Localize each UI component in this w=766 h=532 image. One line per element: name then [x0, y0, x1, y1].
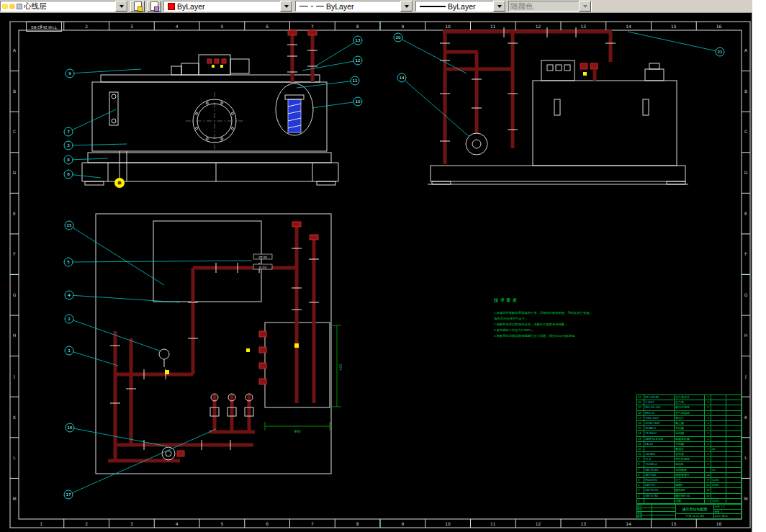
dimension-value: 400: [338, 364, 343, 371]
parts-table-row: 11集成块145: [637, 446, 741, 451]
color-combo-arrow[interactable]: [280, 1, 292, 12]
lineweight-combo-value: ByLayer: [448, 2, 493, 11]
color-combo[interactable]: ByLayer: [163, 1, 293, 12]
parts-table-row: 15S10A1.0单向阀2: [637, 425, 741, 430]
linetype-combo-value: ByLayer: [326, 2, 400, 11]
title-block-right: 比例 1:5 数量 1 共1张 第1张: [713, 505, 741, 518]
parts-table-row: 4GB/T93垫圈83265Mn: [637, 482, 741, 487]
parts-table-row: 8Y132M-4电动机2: [637, 461, 741, 466]
zone-letter: F: [744, 251, 747, 256]
parts-table-row: 3GB/T6170螺母M832: [637, 487, 741, 492]
leader-line: [68, 429, 216, 495]
sheet-value: 共1张 第1张: [715, 515, 729, 518]
make-object-layer-current-button[interactable]: [130, 1, 145, 12]
layer-combo-value: 心线层: [24, 1, 115, 12]
note-line: 2.装配时各密封面涂液压油，连接处不得有渗漏现象；: [494, 322, 616, 328]
leader-line: [69, 351, 118, 366]
balloon-number: 10: [356, 99, 361, 104]
linetype-combo-arrow[interactable]: [400, 1, 413, 12]
zone-letter: F: [13, 251, 16, 256]
qty-label: 数量: [715, 510, 720, 513]
lineweight-combo-arrow[interactable]: [493, 1, 505, 12]
parts-table-row: 19WU-63×100吸油过滤器2: [637, 405, 741, 410]
dimension-value: 460: [294, 429, 301, 433]
balloon-number: 12: [356, 58, 361, 63]
balloon-number: 16: [68, 425, 73, 430]
zone-number: 16: [716, 24, 722, 29]
parts-table-row: 9TL-6弹性联轴器2: [637, 456, 741, 461]
scale-label: 比例: [715, 505, 720, 508]
zone-number: 3: [130, 521, 133, 526]
component-tag: YZ-25: [258, 256, 267, 259]
chevron-down-icon: [497, 5, 502, 8]
zone-letter: G: [744, 292, 748, 297]
zone-number: 13: [581, 24, 587, 29]
zone-number: 2: [85, 521, 88, 526]
zone-letter: H: [13, 333, 17, 338]
balloon-number: 17: [66, 492, 71, 497]
scale-value: 1:5: [721, 505, 725, 508]
zone-number: 4: [176, 24, 179, 29]
zone-letter: E: [13, 211, 16, 216]
balloon-number: 21: [718, 50, 723, 54]
parts-table-cell: Q235: [711, 499, 726, 503]
zone-letter: E: [744, 211, 747, 216]
leader-line: [402, 78, 469, 137]
note-line: 1.各零部件装配前必须清洗干净，管路内不得有铁屑、毛刺及其它杂物；: [494, 310, 616, 316]
zone-letter: B: [744, 89, 747, 94]
lineweight-combo[interactable]: ByLayer: [415, 1, 506, 12]
zone-number: 8: [356, 521, 359, 526]
layer-lock-icon: [17, 4, 22, 9]
layer-previous-button[interactable]: [147, 1, 161, 12]
parts-table-cell: [644, 499, 674, 503]
zone-number: 9: [401, 521, 404, 526]
side-view: [428, 27, 688, 184]
parts-table-row: 1334EF30-E10B电磁换向阀2: [637, 436, 741, 441]
balloon-number: 3: [67, 143, 70, 148]
parts-table: 21KF-L8/14E压力表开关120Y-100T压力表219WU-63×100…: [636, 395, 742, 504]
balloon-number: 1: [68, 348, 71, 353]
object-properties-toolbar: 心线层 ByLayer ByLayer ByLayer 随颜色: [0, 0, 752, 13]
balloon-number: 6: [67, 172, 70, 176]
layer-combo-arrow[interactable]: [115, 1, 127, 12]
balloon-number: 4: [68, 293, 71, 297]
sheet-row: 共1张 第1张: [714, 513, 741, 518]
sheet-stamp: TYM 26.12 BS: [26, 22, 62, 32]
plotstyle-combo: 随颜色: [508, 1, 592, 12]
note-line: 清洗后用压缩空气吹干；: [494, 316, 616, 322]
parts-table-row: 5HG20592法兰8Q235: [637, 477, 741, 482]
zone-letter: M: [744, 496, 747, 501]
parts-table-row: 10CB-B63齿轮泵2: [637, 451, 741, 456]
lineweight-sample-icon: [420, 6, 446, 7]
zone-letter: K: [13, 415, 17, 420]
parts-table-cell: 1: [704, 499, 711, 503]
balloon-number: 8: [67, 158, 70, 162]
layer-combo[interactable]: 心线层: [0, 1, 128, 12]
color-combo-value: ByLayer: [177, 2, 280, 11]
window-edge-strip: [752, 0, 766, 532]
leader-line: [69, 295, 180, 302]
zone-number: 14: [626, 24, 631, 29]
qty-value: 1: [721, 510, 723, 513]
drawing-title: 液压泵站装配图: [676, 505, 713, 513]
parts-table-row: 1油箱1Q235: [637, 498, 741, 503]
zone-number: 12: [536, 24, 541, 29]
zone-letter: D: [13, 170, 17, 175]
chevron-down-icon: [583, 5, 587, 8]
parts-table-row: 2GB/T5782螺栓M8×3032: [637, 493, 741, 498]
zone-number: 6: [266, 521, 269, 526]
leader-line: [69, 225, 164, 285]
qty-row: 数量 1: [714, 509, 741, 514]
linetype-combo[interactable]: ByLayer: [295, 1, 413, 12]
zone-number: 1: [40, 521, 42, 526]
zone-number: 5: [220, 521, 223, 526]
zone-letter: B: [13, 89, 16, 94]
plotstyle-combo-value: 随颜色: [510, 1, 579, 12]
plotstyle-combo-arrow: [579, 1, 591, 12]
zone-number: 7: [311, 521, 314, 526]
zone-number: 11: [490, 521, 496, 526]
zone-number: 8: [356, 24, 359, 29]
front-view: [82, 30, 338, 188]
zone-letter: M: [12, 496, 16, 501]
parts-table-row: 20Y-100T压力表2: [637, 400, 741, 405]
